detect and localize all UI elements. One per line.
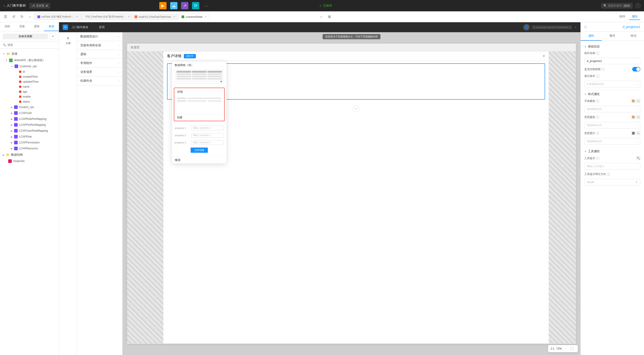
tab-nai[interactable]: nalTask-点击"确定"button5-... ✕ — [34, 14, 81, 20]
tab-p10[interactable]: P10_FinalTask-点击"取消"button6-... ✕ — [81, 14, 131, 20]
bg-image-input[interactable]: 请选择表达式 ··· — [584, 138, 640, 144]
sync-button[interactable]: ⟳ — [192, 2, 199, 9]
tab-close-p10[interactable]: ✕ — [128, 16, 130, 18]
undo-button[interactable]: ↺ — [10, 13, 17, 20]
comp-section-common-header[interactable]: 常用组件 › — [77, 59, 122, 68]
font-color-input[interactable]: 请选择表达式 ··· — [584, 106, 640, 112]
field-mobile[interactable]: mobile — [8, 94, 59, 99]
font-color-expr-icon[interactable]: ··· — [636, 99, 640, 103]
sidebar-tab-page[interactable]: 页面 — [15, 22, 30, 31]
branch-selector[interactable]: ⎇ 主分支 ⇄ — [29, 3, 50, 9]
tab-load[interactable]: loadP10_FinalTaskTableView ✕ — [132, 14, 178, 20]
bg-image-expr-icon[interactable]: ··· — [636, 131, 640, 135]
back-icon[interactable]: ‹ — [4, 4, 5, 8]
expand-nav-button[interactable]: ☰ — [2, 13, 9, 20]
task-add-button[interactable]: + — [542, 54, 545, 58]
comp-section-logic-header[interactable]: 逻辑 › — [77, 50, 122, 58]
tab-customer[interactable]: customerDetail ✕ — [178, 14, 209, 20]
more-button[interactable]: ··· — [203, 2, 210, 9]
field-updated-time[interactable]: updatedTime — [8, 79, 59, 84]
info-icon-tooltip[interactable]: i — [596, 156, 599, 160]
entity-map-button[interactable]: 实体关系图 — [3, 34, 48, 39]
entity-customer-sys[interactable]: ▼ Customer_sys — [8, 63, 59, 69]
bg-color-expr-icon[interactable]: ··· — [636, 115, 640, 119]
tab-close-customer[interactable]: ✕ — [205, 16, 206, 18]
sidebar-tab-logic[interactable]: 逻辑 — [30, 22, 44, 31]
folder-defaultds[interactable]: ▼ defaultDS（默认数据源） — [0, 57, 59, 63]
entity-lcapuser[interactable]: ▶ LCAPUser — [8, 110, 59, 116]
tooltip-icon[interactable]: 🔧 — [636, 156, 640, 160]
field-id[interactable]: id — [8, 69, 59, 74]
display-cond-input[interactable]: If 请选择表达式 ··· — [584, 81, 640, 88]
next-tab-button[interactable]: › — [318, 13, 325, 20]
search-box[interactable]: 🔍 搜索关键词 ⌘+F — [601, 3, 633, 9]
info-icon-tooltip-dir[interactable]: i — [607, 173, 610, 176]
info-icon-font-color[interactable]: i — [596, 100, 599, 102]
field-name[interactable]: name — [8, 84, 59, 89]
canvas-page-name[interactable]: 首页 — [96, 24, 108, 30]
bg-image-menu[interactable]: ··· — [636, 140, 638, 143]
rpanel-tab-component[interactable]: 组件 — [617, 14, 628, 20]
entity-lcap-role-per[interactable]: ▶ LCAPRolePerMapping — [8, 116, 59, 122]
font-color-menu[interactable]: ··· — [636, 108, 638, 110]
comp-section-homework-header[interactable]: 结课作业 › — [77, 76, 122, 85]
field-created-time[interactable]: createdTime — [8, 74, 59, 79]
info-icon-display[interactable]: i — [596, 75, 599, 78]
entity-lcap-resource[interactable]: ▶ LCAPResource — [8, 146, 59, 152]
search-input[interactable] — [8, 43, 56, 46]
redo-button[interactable]: ↻ — [18, 13, 26, 20]
entity-lcap-per-res[interactable]: ▶ LCAPPerResMapping — [8, 122, 59, 128]
bg-image-icon[interactable]: 🖼 — [631, 131, 636, 135]
font-color-icon[interactable]: 🎨 — [631, 99, 636, 103]
bg-color-menu[interactable]: ··· — [636, 124, 638, 127]
form-input-2[interactable]: 请输入 property 2 — [191, 133, 224, 138]
bg-color-icon[interactable]: 🎨 — [631, 115, 636, 119]
bg-color-input[interactable]: 请选择表达式 ··· — [584, 122, 640, 128]
rp-tab-property[interactable]: 属性 — [581, 32, 602, 41]
data-grid-card[interactable]: 数据网格（简） — [172, 62, 226, 86]
section-entity-header[interactable]: ▼ 📁 实体 — [0, 50, 59, 57]
entity-lcap-role[interactable]: ▶ LCAPRole — [8, 134, 59, 140]
submit-button[interactable]: 立即创建 — [190, 148, 208, 153]
add-section-button[interactable]: + — [353, 106, 359, 112]
comp-section-layout-header[interactable]: 页面布局和呈现 › — [77, 41, 122, 50]
access-toggle[interactable] — [632, 67, 640, 72]
comp-section-data-model-header[interactable]: 数据模型设计 › — [77, 32, 122, 41]
nav-dropdown-icon[interactable]: ▼ — [574, 26, 577, 29]
canvas-nav-item-step[interactable]: ≡ 步骤 — [59, 34, 77, 47]
rp-tab-event[interactable]: 事件 — [602, 32, 623, 41]
rp-tab-style[interactable]: 样式 — [623, 32, 644, 41]
comp-section-business-header[interactable]: 业务场景 › — [77, 68, 122, 76]
entity-order-info[interactable]: OrderInfo — [0, 158, 59, 164]
zoom-fit-button[interactable]: ⛶ — [569, 346, 575, 351]
help-icon[interactable]: ? — [636, 3, 640, 8]
section-data-structure-header[interactable]: ▶ 📁 数据结构 — [0, 152, 59, 158]
entity-lcap-user-role[interactable]: ▶ LCAPUserRoleMapping — [8, 128, 59, 134]
sidebar-tab-data[interactable]: 数据 — [44, 22, 59, 31]
tooltip-field[interactable]: 请输入工具提示 — [584, 163, 640, 170]
tab-close-nai[interactable]: ✕ — [76, 16, 78, 18]
detail-card[interactable]: 详情 — [174, 88, 225, 121]
add-entity-button[interactable]: + — [50, 33, 56, 40]
expr-edit-icon[interactable]: ··· — [636, 83, 638, 86]
rpanel-tab-property[interactable]: 属性 — [629, 14, 640, 20]
info-icon-bg-color[interactable]: i — [596, 116, 599, 119]
play-button[interactable]: ▶ — [159, 2, 166, 9]
share-button[interactable]: ↗ — [181, 2, 188, 9]
tab-close-load[interactable]: ✕ — [173, 16, 175, 18]
zoom-out-button[interactable]: - — [564, 346, 567, 351]
form-input-3[interactable]: 请输入 property 3 — [191, 140, 224, 145]
entity-product-sys[interactable]: ▶ Product_sys — [8, 104, 59, 110]
cloud-button[interactable]: ☁ — [170, 2, 178, 9]
entity-lcap-permission[interactable]: ▶ LCAPPermission — [8, 140, 59, 146]
tooltip-dir-field[interactable]: 请选择 ▼ — [584, 179, 640, 186]
field-status[interactable]: status — [8, 99, 59, 104]
info-icon-bg-image[interactable]: i — [596, 132, 599, 135]
info-icon-name[interactable]: i — [596, 52, 599, 55]
sidebar-tab-flow[interactable]: 流程 — [0, 22, 15, 31]
tab-list-button[interactable]: ⊞ — [326, 13, 333, 20]
field-age[interactable]: age — [8, 89, 59, 94]
prop-name-input[interactable]: d_progress1 — [584, 58, 640, 64]
form-input-1[interactable]: 请输入 property 1 — [191, 126, 224, 130]
info-icon-access[interactable]: i — [602, 68, 605, 71]
